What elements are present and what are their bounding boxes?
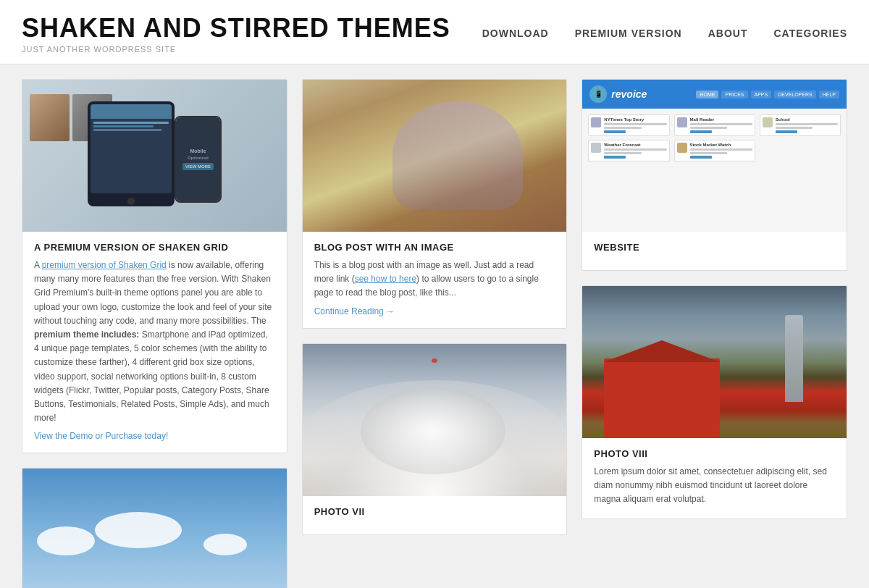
post-image-sky — [22, 469, 287, 588]
website-cell-5: Stock Market Watch — [674, 140, 755, 161]
post-body-premium: A PREMIUM VERSION OF SHAKEN GRID A premi… — [22, 232, 287, 441]
cell-line-6 — [776, 127, 813, 129]
site-title: SHAKEN AND STIRRED THEMES — [22, 13, 450, 43]
post-card-sky — [22, 468, 287, 588]
website-cell-lines-5: Stock Market Watch — [690, 143, 752, 159]
website-cell-icon-4 — [591, 143, 601, 153]
post-text-premium: A premium version of Shaken Grid is now … — [34, 259, 275, 425]
post-text-photo8: Lorem ipsum dolor sit amet, consectetuer… — [594, 465, 835, 507]
website-cell-icon-5 — [677, 143, 687, 153]
content-grid: Mobile Optimized VIEW MORE A PREMIUM VER… — [7, 79, 862, 588]
website-row-2: Weather Forecast Stock Market Watch — [588, 140, 841, 161]
cell-line-9 — [690, 148, 752, 151]
cell-line-10 — [690, 152, 728, 154]
cloud-3 — [203, 534, 247, 555]
cell-install-btn-4 — [604, 156, 626, 159]
website-cell-lines-4: Weather Forecast — [604, 143, 666, 159]
website-cell-4: Weather Forecast — [588, 140, 669, 161]
cell-line-1 — [604, 123, 666, 125]
cell-line-2 — [604, 127, 642, 129]
nav-premium[interactable]: PREMIUM VERSION — [575, 28, 682, 39]
website-cell-icon-3 — [763, 117, 773, 127]
cell-install-btn-1 — [604, 130, 626, 133]
website-cell-icon-2 — [677, 117, 687, 127]
header-branding: SHAKEN AND STIRRED THEMES JUST ANOTHER W… — [22, 13, 450, 54]
website-cell-icon-1 — [591, 117, 601, 127]
post-card-photo7: PHOTO VII — [302, 343, 568, 535]
website-nav-tab-home: HOME — [696, 91, 718, 98]
bold-text: premium theme includes: — [34, 329, 139, 340]
post-link-how-to[interactable]: see how to here — [355, 274, 416, 284]
post-link-demo[interactable]: View the Demo or Purchase today! — [34, 431, 275, 441]
nav-download[interactable]: DOWNLOAD — [482, 28, 549, 39]
website-logo-text: revoice — [611, 88, 647, 100]
website-cell-1: NYTimes Top Story — [588, 114, 669, 136]
website-nav-tab-prices: PRICES — [721, 91, 747, 98]
cell-line-4 — [690, 127, 728, 129]
website-cell-2: Mail Reader — [674, 114, 755, 136]
cloud-1 — [37, 526, 95, 555]
post-title-website: WEBSITE — [594, 242, 835, 253]
post-image-storm — [303, 344, 567, 496]
phone-device: Mobile Optimized VIEW MORE — [175, 116, 222, 203]
cell-line-5 — [776, 123, 838, 125]
website-cell-lines-1: NYTimes Top Story — [604, 117, 666, 133]
website-nav-tab-apps: APPS — [751, 91, 772, 98]
cell-line-7 — [604, 148, 666, 151]
website-content-area: NYTimes Top Story Mail Reader — [582, 109, 847, 232]
post-card-website: 📱 revoice HOME PRICES APPS DEVELOPERS HE… — [582, 79, 847, 271]
cloud-2 — [95, 512, 182, 548]
cell-line-8 — [604, 152, 642, 154]
website-cell-lines-3: School — [776, 117, 838, 133]
post-body-photo8: PHOTO VIII Lorem ipsum dolor sit amet, c… — [582, 438, 847, 507]
website-header-bar: 📱 revoice HOME PRICES APPS DEVELOPERS HE… — [582, 80, 847, 109]
website-nav-tab-dev: DEVELOPERS — [774, 91, 815, 98]
cell-line-3 — [690, 123, 752, 125]
post-card-photo8: PHOTO VIII Lorem ipsum dolor sit amet, c… — [582, 285, 847, 519]
post-card-blog-image: BLOG POST WITH AN IMAGE This is a blog p… — [302, 79, 568, 329]
phone-screen: Mobile Optimized VIEW MORE — [176, 117, 220, 201]
cell-install-btn-5 — [690, 156, 712, 159]
tablet-screen — [91, 104, 172, 193]
nav-about[interactable]: ABOUT — [708, 28, 748, 39]
main-nav: DOWNLOAD PREMIUM VERSION ABOUT CATEGORIE… — [482, 28, 847, 39]
post-title-photo7: PHOTO VII — [314, 506, 555, 517]
post-image-website: 📱 revoice HOME PRICES APPS DEVELOPERS HE… — [582, 80, 847, 232]
post-image-shaken: Mobile Optimized VIEW MORE — [22, 80, 287, 232]
site-header: SHAKEN AND STIRRED THEMES JUST ANOTHER W… — [0, 0, 869, 64]
cell-install-btn-2 — [690, 130, 712, 133]
post-image-barn — [582, 286, 847, 438]
website-nav-bar: HOME PRICES APPS DEVELOPERS HELP — [696, 91, 839, 98]
website-cell-3: School — [760, 114, 841, 136]
website-logo-icon: 📱 — [589, 85, 607, 103]
post-body-photo7: PHOTO VII — [303, 496, 567, 517]
post-continue-reading[interactable]: Continue Reading → — [314, 306, 555, 316]
tablet-home-button — [127, 198, 135, 205]
cell-install-btn-3 — [776, 130, 797, 133]
post-link-premium[interactable]: premium version of Shaken Grid — [42, 260, 167, 270]
website-nav-tab-help: HELP — [819, 91, 839, 98]
nav-categories[interactable]: CATEGORIES — [773, 28, 847, 39]
post-title-photo8: PHOTO VIII — [594, 448, 835, 459]
website-cell-lines-2: Mail Reader — [690, 117, 752, 133]
post-body-blog-image: BLOG POST WITH AN IMAGE This is a blog p… — [303, 232, 567, 316]
website-row-1: NYTimes Top Story Mail Reader — [588, 114, 841, 136]
tablet-device — [88, 101, 175, 206]
post-card-premium: Mobile Optimized VIEW MORE A PREMIUM VER… — [22, 79, 287, 453]
post-title-premium: A PREMIUM VERSION OF SHAKEN GRID — [34, 242, 275, 253]
post-title-blog-image: BLOG POST WITH AN IMAGE — [314, 242, 555, 253]
site-subtitle: JUST ANOTHER WORDPRESS SITE — [22, 45, 450, 54]
post-body-website: WEBSITE — [582, 232, 847, 253]
post-text-blog-image: This is a blog post with an image as wel… — [314, 259, 555, 301]
photo-thumb-1 — [30, 94, 70, 141]
post-image-sofa — [303, 80, 567, 232]
tablet-screen-header — [91, 104, 172, 119]
